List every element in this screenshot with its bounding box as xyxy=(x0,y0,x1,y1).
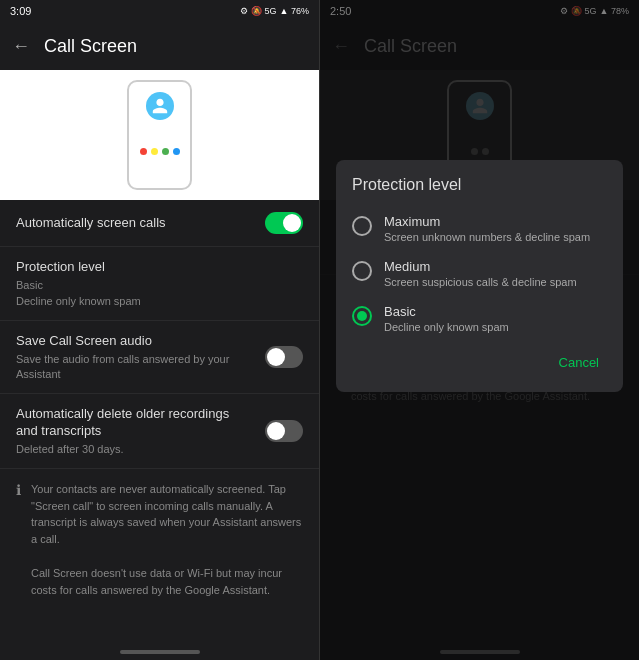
avatar-left xyxy=(146,92,174,120)
auto-screen-left: Automatically screen calls xyxy=(16,215,265,232)
home-indicator-left xyxy=(0,644,319,660)
page-title-left: Call Screen xyxy=(44,36,137,57)
mute-icon-left: 🔕 xyxy=(251,6,262,16)
auto-delete-row[interactable]: Automatically delete older recordings an… xyxy=(0,394,319,469)
auto-delete-knob xyxy=(267,422,285,440)
radio-sub-medium: Screen suspicious calls & decline spam xyxy=(384,276,577,288)
screens-container: 3:09 ⚙ 🔕 5G ▲ 76% ← Call Screen xyxy=(0,0,639,660)
info-line1-left: Your contacts are never automatically sc… xyxy=(31,481,303,547)
phone-mock-left xyxy=(127,80,192,190)
save-audio-knob xyxy=(267,348,285,366)
radio-circle-basic xyxy=(352,306,372,326)
auto-delete-toggle[interactable] xyxy=(265,420,303,442)
auto-screen-title: Automatically screen calls xyxy=(16,215,253,232)
protection-level-sub2: Decline only known spam xyxy=(16,294,291,308)
dialog-actions: Cancel xyxy=(352,349,607,376)
save-audio-left: Save Call Screen audio Save the audio fr… xyxy=(16,333,265,380)
radio-medium[interactable]: Medium Screen suspicious calls & decline… xyxy=(352,251,607,296)
settings-content-left: Automatically screen calls Protection le… xyxy=(0,200,319,644)
auto-delete-left: Automatically delete older recordings an… xyxy=(16,406,265,456)
protection-level-left: Protection level Basic Decline only know… xyxy=(16,259,303,308)
radio-title-maximum: Maximum xyxy=(384,214,590,229)
home-bar-left xyxy=(120,650,200,654)
dot-green xyxy=(162,148,169,155)
auto-screen-row[interactable]: Automatically screen calls xyxy=(0,200,319,247)
radio-sub-maximum: Screen unknown numbers & decline spam xyxy=(384,231,590,243)
back-button-left[interactable]: ← xyxy=(12,36,30,57)
radio-basic[interactable]: Basic Decline only known spam xyxy=(352,296,607,341)
auto-screen-toggle[interactable] xyxy=(265,212,303,234)
radio-inner-basic xyxy=(357,311,367,321)
radio-label-basic: Basic Decline only known spam xyxy=(384,304,509,333)
dialog-overlay: Protection level Maximum Screen unknown … xyxy=(320,0,639,660)
auto-delete-sub: Deleted after 30 days. xyxy=(16,442,253,456)
protection-level-title: Protection level xyxy=(16,259,291,276)
save-audio-title: Save Call Screen audio xyxy=(16,333,253,350)
auto-delete-title: Automatically delete older recordings an… xyxy=(16,406,253,440)
radio-title-medium: Medium xyxy=(384,259,577,274)
radio-circle-medium xyxy=(352,261,372,281)
save-audio-sub: Save the audio from calls answered by yo… xyxy=(16,352,253,381)
info-icon-left: ℹ xyxy=(16,482,21,498)
info-line2-left: Call Screen doesn't use data or Wi-Fi bu… xyxy=(31,565,303,598)
battery-icon-left: ▲ 76% xyxy=(280,6,309,16)
protection-level-row[interactable]: Protection level Basic Decline only know… xyxy=(0,247,319,321)
dialog-title: Protection level xyxy=(352,176,607,194)
right-screen: 2:50 ⚙ 🔕 5G ▲ 78% ← Call Screen xyxy=(320,0,639,660)
info-text-left: Your contacts are never automatically sc… xyxy=(31,481,303,598)
auto-screen-knob xyxy=(283,214,301,232)
phone-illustration-left xyxy=(0,70,319,200)
save-audio-row[interactable]: Save Call Screen audio Save the audio fr… xyxy=(0,321,319,393)
radio-maximum[interactable]: Maximum Screen unknown numbers & decline… xyxy=(352,206,607,251)
dot-yellow xyxy=(151,148,158,155)
save-audio-toggle[interactable] xyxy=(265,346,303,368)
left-screen: 3:09 ⚙ 🔕 5G ▲ 76% ← Call Screen xyxy=(0,0,320,660)
cancel-button[interactable]: Cancel xyxy=(551,349,607,376)
radio-circle-maximum xyxy=(352,216,372,236)
radio-title-basic: Basic xyxy=(384,304,509,319)
signal-icon-left: ⚙ xyxy=(240,6,248,16)
dot-blue xyxy=(173,148,180,155)
status-icons-left: ⚙ 🔕 5G ▲ 76% xyxy=(240,6,309,16)
status-bar-left: 3:09 ⚙ 🔕 5G ▲ 76% xyxy=(0,0,319,22)
radio-label-maximum: Maximum Screen unknown numbers & decline… xyxy=(384,214,590,243)
phone-dots-left xyxy=(140,148,180,155)
radio-label-medium: Medium Screen suspicious calls & decline… xyxy=(384,259,577,288)
status-time-left: 3:09 xyxy=(10,5,31,17)
dot-red xyxy=(140,148,147,155)
info-section-left: ℹ Your contacts are never automatically … xyxy=(0,469,319,610)
radio-sub-basic: Decline only known spam xyxy=(384,321,509,333)
network-icon-left: 5G xyxy=(265,6,277,16)
top-bar-left: ← Call Screen xyxy=(0,22,319,70)
protection-level-dialog: Protection level Maximum Screen unknown … xyxy=(336,160,623,392)
protection-level-sub1: Basic xyxy=(16,278,291,292)
